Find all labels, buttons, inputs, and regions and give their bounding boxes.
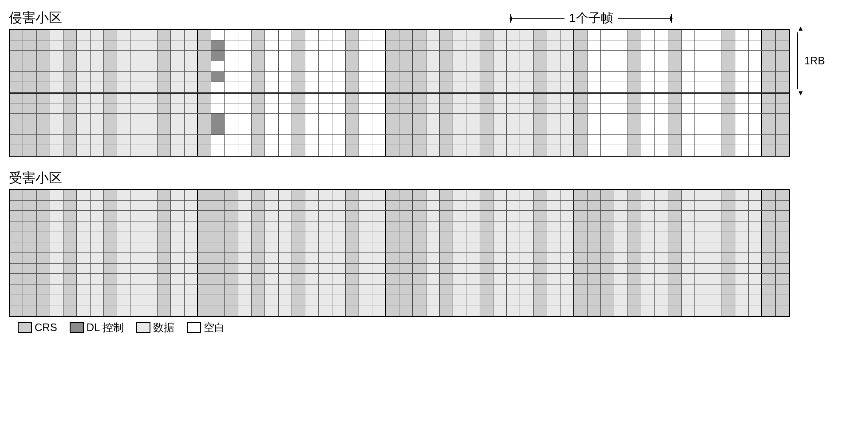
- grid-cell: [614, 82, 627, 92]
- grid-cell: [735, 264, 749, 274]
- grid-cell: [668, 190, 682, 200]
- grid-cell: [104, 232, 117, 242]
- grid-cell: [292, 51, 305, 61]
- grid-cell: [37, 201, 50, 211]
- grid-cell: [628, 82, 641, 92]
- grid-cell: [346, 124, 359, 134]
- grid-cell: [346, 72, 359, 82]
- grid-cell: [104, 284, 117, 295]
- grid-cell: [50, 51, 63, 61]
- grid-cell: [359, 82, 372, 92]
- grid-cell: [776, 232, 789, 242]
- grid-cell: [493, 190, 507, 200]
- grid-cell: [185, 30, 198, 40]
- grid-cell: [614, 211, 627, 221]
- grid-cell: [23, 221, 36, 232]
- grid-cell: [10, 135, 23, 145]
- grid-cell: [547, 72, 560, 82]
- grid-cell: [332, 242, 346, 253]
- grid-cell: [534, 145, 547, 156]
- grid-cell: [63, 114, 77, 124]
- grid-cell: [493, 274, 507, 284]
- grid-cell: [507, 135, 520, 145]
- grid-cell: [574, 114, 588, 124]
- grid-cell: [466, 242, 480, 253]
- grid-cell: [372, 295, 386, 305]
- grid-cell: [520, 211, 533, 221]
- grid-cell: [668, 264, 682, 274]
- grid-cell: [130, 190, 144, 200]
- grid-cell: [185, 61, 198, 71]
- grid-cell: [198, 93, 211, 103]
- grid-cell: [413, 232, 426, 242]
- grid-cell: [480, 51, 493, 61]
- grid-cell: [305, 305, 319, 316]
- grid-cell: [372, 135, 386, 145]
- grid-cell: [695, 40, 708, 51]
- grid-cell: [520, 221, 533, 232]
- grid-cell: [238, 190, 252, 200]
- grid-cell: [198, 103, 211, 114]
- grid-cell: [588, 274, 601, 284]
- grid-cell: [399, 190, 413, 200]
- grid-cell: [466, 274, 480, 284]
- grid-cell: [305, 211, 319, 221]
- grid-cell: [23, 93, 36, 103]
- grid-cell: [198, 295, 211, 305]
- grid-cell: [520, 51, 533, 61]
- grid-cell: [614, 145, 627, 156]
- grid-cell: [185, 253, 198, 263]
- grid-cell: [426, 51, 440, 61]
- grid-cell: [104, 135, 117, 145]
- grid-cell: [10, 274, 23, 284]
- grid-cell: [547, 221, 560, 232]
- grid-cell: [453, 232, 466, 242]
- grid-cell: [292, 30, 305, 40]
- grid-cell: [601, 82, 614, 92]
- grid-cell: [171, 114, 184, 124]
- grid-cell: [574, 274, 588, 284]
- grid-cell: [735, 103, 749, 114]
- grid-cell: [453, 145, 466, 156]
- grid-cell: [37, 114, 50, 124]
- grid-cell: [749, 232, 762, 242]
- grid-cell: [77, 40, 90, 51]
- grid-cell: [23, 253, 36, 263]
- grid-cell: [359, 114, 372, 124]
- grid-cell: [104, 264, 117, 274]
- grid-cell: [211, 190, 225, 200]
- grid-cell: [77, 103, 90, 114]
- grid-cell: [238, 232, 252, 242]
- grid-cell: [372, 61, 386, 71]
- grid-cell: [601, 93, 614, 103]
- grid-cell: [776, 135, 789, 145]
- grid-cell: [91, 40, 104, 51]
- subframe-text: 1个子帧: [569, 10, 613, 27]
- grid-cell: [426, 253, 440, 263]
- grid-cell: [292, 103, 305, 114]
- grid-cell: [185, 51, 198, 61]
- grid-cell: [225, 190, 238, 200]
- grid-cell: [413, 295, 426, 305]
- grid-cell: [63, 145, 77, 156]
- grid-cell: [130, 253, 144, 263]
- grid-cell: [292, 232, 305, 242]
- legend: CRS DL 控制 数据 空白: [9, 320, 843, 335]
- grid-cell: [225, 284, 238, 295]
- grid-cell: [480, 305, 493, 316]
- grid-cell: [668, 274, 682, 284]
- grid-cell: [722, 221, 735, 232]
- grid-cell: [279, 103, 292, 114]
- grid-cell: [547, 124, 560, 134]
- grid-cell: [695, 135, 708, 145]
- grid-cell: [158, 264, 171, 274]
- grid-cell: [10, 284, 23, 295]
- grid-cell: [735, 114, 749, 124]
- grid-cell: [37, 221, 50, 232]
- grid-cell: [507, 284, 520, 295]
- grid-cell: [91, 221, 104, 232]
- grid-cell: [130, 135, 144, 145]
- grid-cell: [574, 295, 588, 305]
- grid-cell: [50, 295, 63, 305]
- grid-cell: [50, 145, 63, 156]
